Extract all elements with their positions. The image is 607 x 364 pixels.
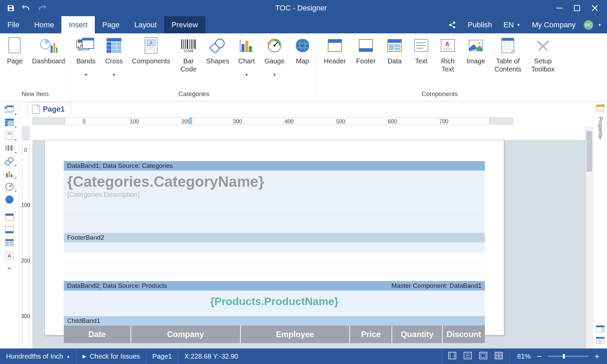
svg-rect-104 (5, 160, 10, 165)
avatar[interactable]: MC (584, 20, 593, 30)
image-icon (467, 37, 485, 54)
tool-bands[interactable]: ▸ (3, 103, 16, 116)
language-selector[interactable]: EN ▼ (500, 21, 524, 29)
ribbon-footer[interactable]: Footer (351, 35, 381, 65)
ribbon-barcode[interactable]: 12345 Bar Code (174, 35, 203, 73)
tab-insert[interactable]: Insert (61, 16, 95, 33)
ribbon-text[interactable]: Text (408, 35, 434, 65)
view-mode-4-icon[interactable] (495, 352, 503, 361)
view-mode-3-icon[interactable] (479, 352, 488, 361)
zoom-slider[interactable] (548, 356, 588, 357)
report-page[interactable]: DataBand1; Data Source: Categories {Cate… (45, 140, 504, 335)
childband1-header[interactable]: ChildBand1 (64, 316, 485, 326)
category-desc-field[interactable]: {Categories.Description} (64, 190, 485, 199)
product-name-field[interactable]: {Products.ProductName} (64, 291, 485, 312)
databand2-body[interactable]: {Products.ProductName} (64, 291, 485, 316)
save-button[interactable] (6, 3, 16, 13)
svg-rect-106 (8, 171, 10, 177)
tool-barcode[interactable]: ▸ (3, 142, 16, 155)
page-tab[interactable]: Page1 (28, 102, 71, 116)
zoom-in-button[interactable]: + (595, 351, 600, 362)
tool-shapes[interactable]: ▸ (3, 155, 16, 168)
publish-button[interactable]: Publish (464, 21, 495, 29)
svg-point-74 (478, 42, 481, 44)
svg-line-9 (451, 25, 454, 27)
ribbon-image[interactable]: Image (461, 35, 490, 65)
view-mode-2-icon[interactable] (464, 352, 472, 361)
ribbon-header[interactable]: Header (319, 35, 351, 65)
ribbon-cross[interactable]: Cross ▼ (100, 35, 128, 77)
ribbon-components[interactable]: A Components (128, 35, 174, 65)
tab-preview[interactable]: Preview (164, 16, 205, 33)
ruler-tick: 300 (233, 119, 242, 125)
zoom-value[interactable]: 81% (517, 353, 531, 360)
design-surface[interactable]: DataBand1; Data Source: Categories {Cate… (32, 126, 585, 348)
tab-page[interactable]: Page (95, 16, 127, 33)
ribbon-data[interactable]: Data (381, 35, 408, 65)
tool-components[interactable]: A▸ (3, 129, 16, 142)
ruler-marker[interactable] (189, 118, 192, 124)
panel-icon-1[interactable] (596, 325, 605, 334)
ribbon-page[interactable]: Page (1, 35, 28, 65)
zoom-out-button[interactable]: − (537, 351, 542, 362)
tool-more[interactable]: •• (3, 262, 16, 275)
ribbon-setup-toolbox[interactable]: Setup Toolbox (525, 35, 560, 73)
ribbon-richtext[interactable]: A Rich Text (434, 35, 461, 73)
tool-text[interactable]: A (3, 249, 16, 262)
tab-file[interactable]: File (0, 16, 27, 33)
databand1-body[interactable]: {Categories.CategoryName} {Categories.De… (64, 171, 485, 233)
databand2-header[interactable]: DataBand2; Data Source: Products Master … (64, 281, 485, 291)
view-mode-1-icon[interactable] (448, 352, 457, 361)
tool-header[interactable] (3, 211, 16, 223)
close-button[interactable] (591, 5, 598, 11)
scrollbar-thumb[interactable] (586, 131, 592, 172)
th-discount[interactable]: Discount (443, 326, 485, 343)
tool-cross[interactable]: ▸ (3, 116, 16, 129)
th-date[interactable]: Date (64, 326, 131, 343)
ribbon-map[interactable]: Map (289, 35, 316, 65)
ruler-vertical[interactable]: 0 100 200 300 (19, 126, 32, 348)
tool-chart[interactable]: ▸ (3, 168, 16, 180)
share-button[interactable] (445, 21, 460, 29)
tab-layout[interactable]: Layout (127, 16, 164, 33)
th-price[interactable]: Price (350, 326, 392, 343)
tab-home[interactable]: Home (27, 16, 61, 33)
tool-map[interactable] (3, 193, 16, 206)
category-name-field[interactable]: {Categories.CategoryName} (64, 171, 485, 190)
maximize-button[interactable] (573, 5, 580, 11)
footerband2-body[interactable] (64, 242, 485, 252)
ribbon-bands[interactable]: Bands ▼ (72, 35, 100, 77)
redo-button[interactable] (37, 3, 47, 13)
vertical-scrollbar[interactable] (585, 126, 593, 348)
tool-gauge[interactable]: ▸ (3, 180, 16, 193)
ribbon-dashboard[interactable]: Dashboard (28, 35, 69, 65)
minimize-button[interactable] (556, 5, 562, 11)
ribbon-gauge[interactable]: Gauge ▼ (260, 35, 289, 77)
properties-tab[interactable]: Propertie (597, 115, 604, 141)
tool-data[interactable] (3, 236, 16, 249)
ribbon-shapes[interactable]: Shapes (203, 35, 233, 65)
table-header-row[interactable]: Date Company Employee Price Quantity Dis… (64, 326, 485, 343)
band-header-label: DataBand1; Data Source: Categories (67, 162, 173, 170)
properties-icon[interactable] (596, 103, 605, 112)
svg-rect-0 (11, 6, 12, 7)
ruler-horizontal[interactable]: 0 100 200 300 400 500 600 700 (32, 116, 593, 126)
th-employee[interactable]: Employee (241, 326, 350, 343)
footerband2-header[interactable]: FooterBand2 (64, 233, 485, 242)
company-menu[interactable]: My Company (529, 21, 579, 29)
ribbon-toc[interactable]: Table of Contents (490, 35, 525, 73)
databand1-header[interactable]: DataBand1; Data Source: Categories (64, 161, 485, 171)
panel-icon-2[interactable] (596, 336, 605, 345)
status-page[interactable]: Page1 (146, 348, 178, 364)
chevron-down-icon[interactable]: ▼ (598, 23, 602, 27)
th-quantity[interactable]: Quantity (392, 326, 443, 343)
tool-footer[interactable] (3, 223, 16, 236)
ribbon-chart[interactable]: Chart ▼ (233, 35, 260, 77)
ribbon-label: Gauge (264, 57, 285, 65)
svg-rect-125 (596, 326, 604, 327)
units-selector[interactable]: Hundredths of Inch ▲ (0, 348, 77, 364)
childband1-body[interactable]: Date Company Employee Price Quantity Dis… (64, 326, 485, 335)
undo-button[interactable] (22, 3, 31, 13)
th-company[interactable]: Company (131, 326, 241, 343)
check-issues-button[interactable]: ▶ Check for Issues (77, 348, 146, 364)
